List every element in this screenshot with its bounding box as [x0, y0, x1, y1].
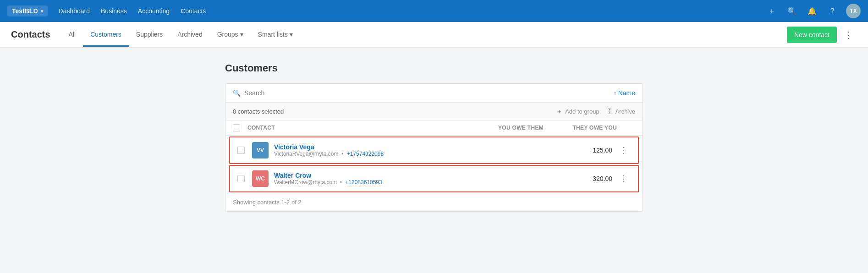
table-row[interactable]: WC Walter Crow WalterMCrow@rhyta.com • +… — [229, 165, 639, 192]
bulk-actions: ＋ Add to group 🗄 Archive — [556, 107, 635, 115]
page-section-title: Contacts — [11, 29, 50, 40]
contact-details: Walter Crow WalterMCrow@rhyta.com • +120… — [274, 172, 382, 186]
sort-asc-icon: ↑ — [614, 90, 616, 96]
contact-phone: +17574922098 — [347, 151, 384, 157]
tab-groups[interactable]: Groups ▾ — [210, 23, 251, 47]
row-more-button[interactable]: ⋮ — [617, 144, 631, 156]
org-selector[interactable]: TestBLD ▾ — [7, 5, 48, 16]
new-contact-button[interactable]: New contact — [787, 27, 837, 43]
row-checkbox-wrap — [237, 147, 252, 154]
chevron-down-icon: ▾ — [290, 31, 293, 38]
contact-details: Victoria Vega VictoriaRVega@rhyta.com • … — [274, 143, 384, 157]
row-checkbox-0[interactable] — [237, 147, 245, 154]
contact-sub: VictoriaRVega@rhyta.com • +17574922098 — [274, 151, 384, 157]
nav-accounting[interactable]: Accounting — [138, 7, 170, 15]
nav-links: Dashboard Business Accounting Contacts — [59, 7, 765, 15]
tab-actions: New contact ⋮ — [787, 27, 857, 43]
nav-contacts[interactable]: Contacts — [181, 7, 206, 15]
tab-all[interactable]: All — [61, 23, 83, 47]
table-footer: Showing contacts 1-2 of 2 — [225, 193, 643, 211]
more-options-button[interactable]: ⋮ — [841, 27, 857, 42]
search-icon[interactable]: 🔍 — [786, 5, 798, 17]
header-contact: Contact — [247, 125, 470, 131]
help-icon[interactable]: ？ — [826, 5, 839, 17]
sub-navigation: Contacts All Customers Suppliers Archive… — [0, 22, 868, 48]
tab-smart-lists[interactable]: Smart lists ▾ — [251, 23, 300, 47]
top-navigation: TestBLD ▾ Dashboard Business Accounting … — [0, 0, 868, 22]
table-header: Contact You owe them They owe you — [225, 120, 643, 136]
nav-dashboard[interactable]: Dashboard — [59, 7, 90, 15]
contacts-card: 🔍 ↑ Name 0 contacts selected ＋ Add to gr… — [225, 83, 643, 212]
header-checkbox-col — [233, 124, 247, 131]
add-to-group-button[interactable]: ＋ Add to group — [556, 107, 599, 115]
header-they-owe-you: They owe you — [544, 125, 617, 131]
row-actions: ⋮ — [612, 144, 631, 156]
contacts-list: VV Victoria Vega VictoriaRVega@rhyta.com… — [225, 136, 643, 192]
archive-icon: 🗄 — [607, 108, 613, 115]
chevron-down-icon: ▾ — [240, 31, 243, 38]
search-input[interactable] — [244, 89, 610, 97]
avatar: WC — [252, 170, 269, 187]
archive-button[interactable]: 🗄 Archive — [607, 108, 635, 115]
row-checkbox-1[interactable] — [237, 175, 245, 182]
header-you-owe-them: You owe them — [470, 125, 544, 131]
search-icon: 🔍 — [233, 89, 241, 97]
search-row: 🔍 ↑ Name — [225, 84, 643, 103]
nav-business[interactable]: Business — [101, 7, 127, 15]
contact-phone: +12083610593 — [345, 179, 382, 186]
showing-count: Showing contacts 1-2 of 2 — [233, 199, 302, 206]
tab-list: All Customers Suppliers Archived Groups … — [61, 23, 787, 46]
sort-name-button[interactable]: ↑ Name — [614, 89, 635, 97]
row-checkbox-wrap — [237, 175, 252, 182]
avatar: VV — [252, 142, 269, 158]
row-actions: ⋮ — [612, 173, 631, 185]
notifications-icon[interactable]: 🔔 — [806, 5, 819, 17]
chevron-down-icon: ▾ — [41, 9, 43, 14]
main-content: Customers 🔍 ↑ Name 0 contacts selected ＋… — [0, 48, 868, 273]
tab-archived[interactable]: Archived — [170, 23, 209, 47]
nav-icons: ＋ 🔍 🔔 ？ TX — [765, 4, 861, 18]
org-name: TestBLD — [12, 7, 38, 15]
table-row[interactable]: VV Victoria Vega VictoriaRVega@rhyta.com… — [229, 136, 639, 164]
tab-suppliers[interactable]: Suppliers — [129, 23, 170, 47]
contact-info: VV Victoria Vega VictoriaRVega@rhyta.com… — [252, 142, 466, 158]
row-more-button[interactable]: ⋮ — [617, 173, 631, 185]
sort-label: Name — [618, 89, 635, 97]
selected-count: 0 contacts selected — [233, 108, 556, 115]
contact-name[interactable]: Walter Crow — [274, 172, 382, 179]
add-icon[interactable]: ＋ — [765, 5, 778, 17]
tab-customers[interactable]: Customers — [83, 23, 129, 47]
they-owe-you-amount: 125.00 — [539, 147, 612, 154]
user-avatar[interactable]: TX — [846, 4, 861, 18]
they-owe-you-amount: 320.00 — [539, 175, 612, 182]
contact-info: WC Walter Crow WalterMCrow@rhyta.com • +… — [252, 170, 466, 187]
add-icon: ＋ — [556, 107, 562, 115]
contact-name[interactable]: Victoria Vega — [274, 143, 384, 151]
select-all-checkbox[interactable] — [233, 124, 240, 131]
contact-sub: WalterMCrow@rhyta.com • +12083610593 — [274, 179, 382, 186]
page-title: Customers — [225, 62, 643, 74]
bulk-actions-row: 0 contacts selected ＋ Add to group 🗄 Arc… — [225, 103, 643, 120]
page-container: Customers 🔍 ↑ Name 0 contacts selected ＋… — [214, 62, 654, 212]
